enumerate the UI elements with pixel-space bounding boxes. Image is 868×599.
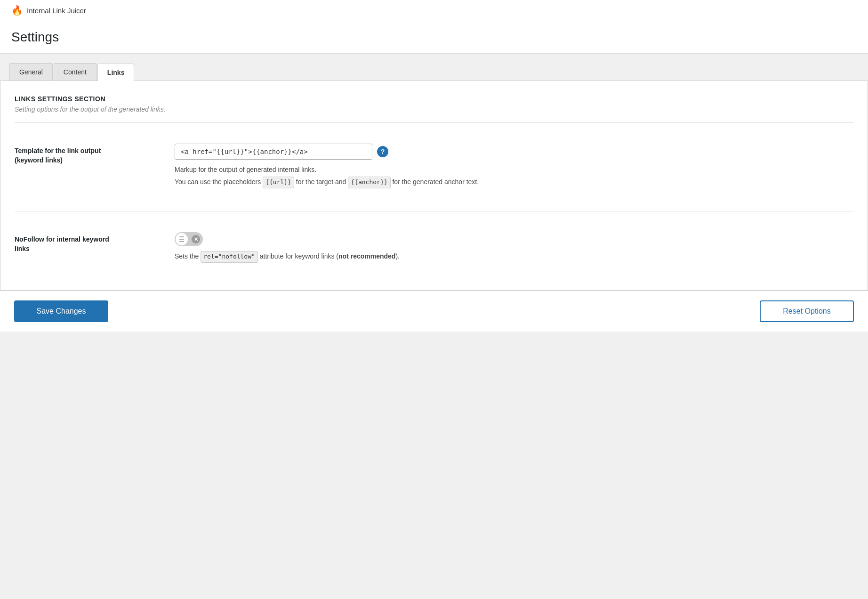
template-row: Template for the link output (keyword li… — [15, 132, 853, 202]
template-control: ? Markup for the output of generated int… — [175, 144, 853, 190]
tabs-bar: General Content Links — [0, 63, 868, 81]
divider-2 — [15, 211, 853, 211]
url-placeholder-badge: {{url}} — [263, 177, 294, 188]
template-label: Template for the link output (keyword li… — [15, 144, 175, 165]
nofollow-code-badge: rel="nofollow" — [201, 251, 258, 263]
toggle-x-icon: ✕ — [192, 235, 200, 243]
app-name: Internal Link Juicer — [27, 7, 86, 15]
nofollow-row: NoFollow for internal keyword links ✕ — [15, 221, 853, 276]
tab-links[interactable]: Links — [97, 64, 135, 81]
toggle-thumb — [176, 233, 188, 245]
template-input-row: ? — [175, 144, 853, 160]
save-button[interactable]: Save Changes — [14, 300, 108, 322]
section-subtitle: Setting options for the output of the ge… — [15, 105, 853, 113]
nofollow-control: ✕ Sets the rel="nofollow" attribute for … — [175, 232, 853, 265]
top-bar: 🔥 Internal Link Juicer — [0, 0, 868, 21]
app-logo-icon: 🔥 — [11, 5, 23, 16]
toggle-thumb-lines — [179, 236, 184, 242]
nofollow-toggle[interactable]: ✕ — [175, 232, 203, 246]
toggle-line-1 — [179, 236, 184, 237]
content-wrapper: General Content Links LINKS SETTINGS SEC… — [0, 54, 868, 599]
page-title-area: Settings — [0, 21, 868, 54]
reset-button[interactable]: Reset Options — [760, 300, 854, 322]
template-desc2: You can use the placeholders {{url}} for… — [175, 177, 853, 188]
main-panel: LINKS SETTINGS SECTION Setting options f… — [0, 81, 868, 291]
toggle-track[interactable]: ✕ — [175, 232, 203, 246]
help-icon[interactable]: ? — [377, 146, 388, 157]
nofollow-label: NoFollow for internal keyword links — [15, 232, 175, 253]
tab-content[interactable]: Content — [54, 63, 96, 81]
template-input[interactable] — [175, 144, 372, 160]
toggle-line-2 — [179, 239, 184, 240]
tab-general[interactable]: General — [9, 63, 53, 81]
nofollow-desc: Sets the rel="nofollow" attribute for ke… — [175, 251, 853, 263]
bottom-bar: Save Changes Reset Options — [0, 291, 868, 332]
page-title: Settings — [11, 30, 857, 45]
anchor-placeholder-badge: {{anchor}} — [348, 177, 390, 188]
section-title: LINKS SETTINGS SECTION — [15, 95, 853, 103]
toggle-line-3 — [179, 241, 184, 242]
divider-1 — [15, 122, 853, 123]
template-desc1: Markup for the output of generated inter… — [175, 164, 853, 175]
